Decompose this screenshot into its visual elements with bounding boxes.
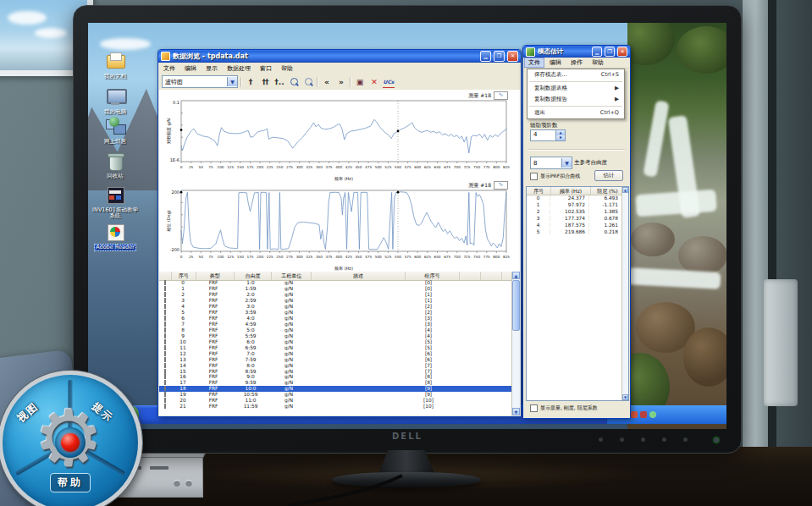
zoom-out-icon[interactable] [302, 76, 314, 88]
modal-table-row[interactable]: 4187.5751.261 [527, 222, 622, 228]
table-row[interactable]: 7FRF4:59g/N[3] [159, 322, 512, 327]
row-checkbox[interactable] [164, 357, 166, 362]
table-row[interactable]: 18FRF10:0g/N[9] [159, 386, 512, 392]
spinner-arrows[interactable]: ▲▼ [555, 130, 565, 140]
file-menu-item[interactable]: 复制数据表格▶ [528, 83, 624, 94]
table-row[interactable]: 4FRF3:0g/N[2] [159, 304, 512, 310]
matrix-checkbox[interactable] [530, 404, 538, 412]
table-row[interactable]: 6FRF4:0g/N[3] [159, 316, 512, 322]
modal-table-row[interactable]: 5219.6860.218 [527, 228, 622, 235]
column-header[interactable]: 自由度 [235, 272, 273, 280]
row-checkbox[interactable] [164, 380, 166, 385]
menu-item[interactable]: 文件 [524, 58, 544, 68]
column-header[interactable]: 序号 [172, 272, 196, 280]
row-checkbox[interactable] [164, 333, 166, 338]
chart-magnitude[interactable]: 0.11E-6对数幅度 g/N0255075100125150175200225… [166, 99, 513, 181]
units-icon[interactable]: UCs [383, 75, 395, 88]
desktop-icon-recycle-bin[interactable]: 回收站 [91, 151, 139, 179]
table-row[interactable]: 12FRF7:0g/N[6] [159, 350, 512, 356]
modal-table-row[interactable]: 197.972-1.171 [527, 201, 622, 208]
monitor-button[interactable] [641, 437, 645, 442]
file-menu-item[interactable]: 复制数据报告▶ [528, 94, 624, 105]
close-button[interactable]: ✕ [507, 51, 518, 62]
row-checkbox[interactable] [164, 292, 166, 297]
scroll-down-icon[interactable]: ▼ [622, 394, 628, 400]
plot-type-combo[interactable]: 波特图 ▼ [162, 75, 238, 88]
delete-icon[interactable]: ✕ [368, 76, 380, 88]
monitor-button[interactable] [662, 437, 666, 442]
menu-item[interactable]: 文件 [159, 63, 180, 74]
row-checkbox[interactable] [164, 404, 166, 409]
row-checkbox[interactable] [164, 351, 166, 356]
chart-phase[interactable]: 200-200相位 (Deg)0255075100125150175200225… [166, 189, 513, 271]
monitor-button[interactable] [599, 437, 603, 442]
row-checkbox[interactable] [164, 339, 166, 344]
table-row[interactable]: 9FRF5:59g/N[4] [159, 333, 512, 338]
modal-table-row[interactable]: 2102.5351.385 [527, 208, 622, 215]
row-checkbox[interactable] [164, 286, 166, 291]
table-row[interactable]: 1FRF1:59g/N[0] [159, 286, 512, 292]
row-checkbox[interactable] [164, 392, 166, 397]
device-button[interactable] [185, 480, 192, 487]
menu-item[interactable]: 帮助 [277, 63, 297, 74]
main-titlebar[interactable]: 数据浏览 - tpdata.dat ▁ ❐ ✕ [158, 50, 521, 63]
tray-ime-icon[interactable] [631, 411, 638, 418]
column-header[interactable]: 类型 [196, 272, 235, 280]
power-led[interactable] [714, 437, 719, 443]
menu-item[interactable]: 操作 [566, 58, 587, 68]
table-row[interactable]: 11FRF6:59g/N[5] [159, 344, 512, 350]
scroll-up-icon[interactable]: ▲ [622, 187, 628, 193]
table-row[interactable]: 16FRF9:0g/N[8] [159, 374, 512, 380]
column-header[interactable]: 组序号 [406, 272, 461, 280]
prf-checkbox[interactable] [530, 173, 538, 180]
menu-item[interactable]: 数据处理 [223, 63, 255, 74]
row-checkbox[interactable] [164, 322, 166, 327]
table-row[interactable]: 10FRF6:0g/N[5] [159, 338, 512, 344]
cursor-band-icon[interactable]: †.. [273, 76, 285, 88]
estimate-button[interactable]: 估计 [594, 170, 623, 181]
row-checkbox[interactable] [164, 374, 166, 379]
desktop-icon-network-places[interactable]: 网上邻居 [91, 117, 139, 145]
minimize-button[interactable]: ▁ [592, 47, 602, 57]
modal-table-row[interactable]: 3177.3740.678 [527, 215, 622, 222]
modal-titlebar[interactable]: 模态估计 ▁ ❐ ✕ [523, 46, 630, 58]
table-row[interactable]: 5FRF3:59g/N[2] [159, 310, 512, 316]
row-checkbox[interactable] [164, 280, 166, 285]
menu-item[interactable]: 编辑 [180, 63, 201, 74]
column-header[interactable] [460, 272, 481, 280]
table-row[interactable]: 8FRF5:0g/N[4] [159, 327, 512, 333]
zoom-in-icon[interactable] [288, 76, 300, 88]
table-row[interactable]: 2FRF2:0g/N[1] [159, 292, 512, 298]
file-menu-item[interactable]: 退出Ctrl+Q [528, 107, 624, 118]
menu-item[interactable]: 窗口 [256, 63, 276, 74]
next-page-icon[interactable]: » [335, 76, 347, 88]
menu-item[interactable]: 帮助 [588, 58, 608, 68]
gadget-center-light[interactable] [61, 433, 80, 452]
minimize-button[interactable]: ▁ [480, 51, 491, 62]
scroll-up-icon[interactable]: ▲ [512, 272, 520, 279]
desktop-icon-inv1601-system[interactable]: INV1601振动教学系统 [91, 185, 139, 220]
table-row[interactable]: 15FRF8:59g/N[7] [159, 368, 512, 374]
desktop-icon-my-documents[interactable]: 我的文档 [91, 52, 139, 80]
row-checkbox[interactable] [164, 298, 166, 303]
prev-page-icon[interactable]: « [321, 76, 333, 88]
column-header[interactable]: 序号 [527, 187, 551, 195]
maximize-button[interactable]: ❐ [605, 47, 615, 57]
row-checkbox[interactable] [164, 327, 166, 333]
column-header[interactable]: 阻尼 (%) [591, 187, 625, 195]
cursor-double-icon[interactable]: †† [259, 76, 271, 88]
close-button[interactable]: ✕ [617, 47, 627, 57]
desktop-icon-adobe-reader[interactable]: Adobe Reader [91, 223, 139, 250]
row-checkbox[interactable] [164, 316, 166, 321]
row-checkbox[interactable] [164, 310, 166, 315]
table-row[interactable]: 3FRF2:59g/N[1] [159, 298, 512, 304]
chevron-down-icon[interactable]: ▼ [227, 77, 237, 86]
row-checkbox[interactable] [164, 345, 166, 350]
table-row[interactable]: 13FRF7:59g/N[6] [159, 356, 512, 362]
monitor-button[interactable] [683, 437, 688, 442]
table-row[interactable]: 14FRF8:0g/N[7] [159, 362, 512, 368]
row-checkbox[interactable] [164, 369, 166, 374]
menu-item[interactable]: 编辑 [545, 58, 566, 68]
row-checkbox[interactable] [164, 363, 166, 368]
ref-dof-combo[interactable]: 8 ▼ [530, 157, 572, 169]
